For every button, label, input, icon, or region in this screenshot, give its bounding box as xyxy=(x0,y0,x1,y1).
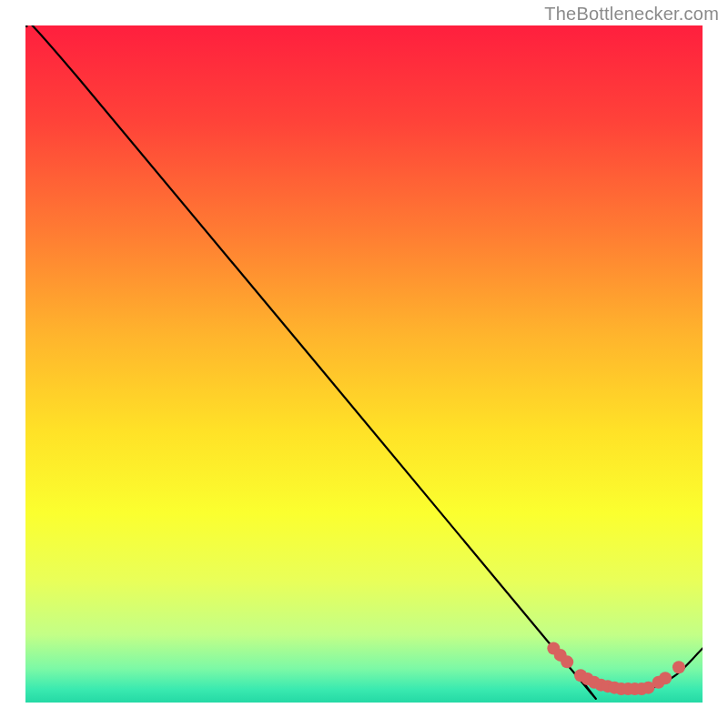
chart-container: TheBottlenecker.com xyxy=(0,0,728,728)
marker-dot xyxy=(561,655,573,668)
marker-dot xyxy=(672,661,685,673)
attribution-text: TheBottlenecker.com xyxy=(544,4,719,25)
bottleneck-chart xyxy=(0,0,728,728)
marker-dot xyxy=(659,672,672,684)
plot-background xyxy=(25,25,703,703)
